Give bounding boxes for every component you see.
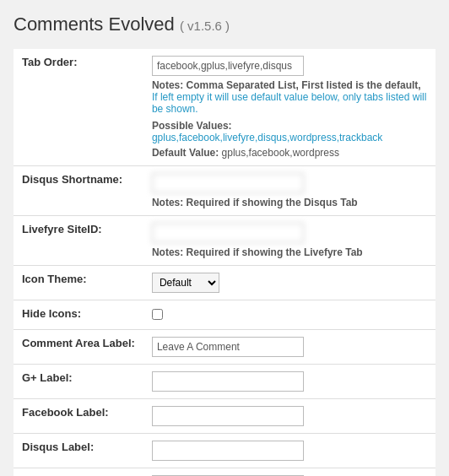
livefyre-siteid-value-cell: Notes: Required if showing the Livefyre … — [143, 216, 435, 266]
comment-area-label-input[interactable] — [152, 337, 304, 357]
comment-area-label-row: Comment Area Label: — [14, 330, 435, 365]
settings-table: Tab Order: Notes: Comma Separated List, … — [14, 49, 435, 476]
possible-values-text: gplus,facebook,livefyre,disqus,wordpress… — [152, 132, 382, 143]
livefyre-siteid-row: Livefyre SiteID: Notes: Required if show… — [14, 216, 435, 266]
icon-theme-label: Icon Theme: — [14, 266, 143, 300]
disqus-shortname-notes: Notes: Required if showing the Disqus Ta… — [152, 197, 427, 208]
tab-order-value-cell: Notes: Comma Separated List, First liste… — [143, 49, 435, 166]
disqus-shortname-input[interactable] — [152, 173, 304, 193]
facebook-label-label: Facebook Label: — [14, 399, 143, 434]
default-value-text: gplus,facebook,wordpress — [222, 147, 339, 159]
icon-theme-row: Icon Theme: Default Light Dark — [14, 266, 435, 300]
livefyre-label-label: Livefyre Label: — [14, 468, 143, 477]
hide-icons-checkbox[interactable] — [152, 309, 163, 320]
tab-order-notes: Notes: Comma Separated List, First liste… — [152, 79, 427, 115]
facebook-label-row: Facebook Label: — [14, 399, 435, 434]
version-text: ( v1.5.6 ) — [180, 19, 230, 33]
gplus-label-row: G+ Label: — [14, 365, 435, 399]
tab-order-input[interactable] — [152, 56, 304, 76]
possible-values-row: Possible Values: gplus,facebook,livefyre… — [152, 120, 427, 143]
default-value-label: Default Value: — [152, 147, 219, 159]
disqus-shortname-label: Disqus Shortname: — [14, 166, 143, 216]
tab-order-note-line2: If left empty it will use default value … — [152, 91, 427, 115]
disqus-label-input[interactable] — [152, 441, 304, 461]
livefyre-label-row: Livefyre Label: — [14, 468, 435, 477]
tab-order-row: Tab Order: Notes: Comma Separated List, … — [14, 49, 435, 166]
tab-order-label: Tab Order: — [14, 49, 143, 166]
comment-area-label-value-cell — [143, 330, 435, 365]
icon-theme-select[interactable]: Default Light Dark — [152, 273, 219, 293]
hide-icons-label: Hide Icons: — [14, 300, 143, 330]
disqus-label-row: Disqus Label: — [14, 434, 435, 468]
tab-order-note-line1: Notes: Comma Separated List, First liste… — [152, 79, 421, 91]
default-value-row: Default Value: gplus,facebook,wordpress — [152, 147, 427, 159]
facebook-label-input[interactable] — [152, 406, 304, 426]
gplus-label-input[interactable] — [152, 371, 304, 392]
facebook-label-value-cell — [143, 399, 435, 434]
gplus-label-label: G+ Label: — [14, 365, 143, 399]
livefyre-label-value-cell — [143, 468, 435, 477]
disqus-shortname-row: Disqus Shortname: Notes: Required if sho… — [14, 166, 435, 216]
possible-values-label: Possible Values: — [152, 120, 232, 132]
livefyre-siteid-input[interactable] — [152, 223, 304, 243]
title-text: Comments Evolved — [14, 14, 175, 35]
icon-theme-value-cell: Default Light Dark — [143, 266, 435, 300]
disqus-label-label: Disqus Label: — [14, 434, 143, 468]
hide-icons-row: Hide Icons: — [14, 300, 435, 330]
disqus-shortname-note: Notes: Required if showing the Disqus Ta… — [152, 197, 358, 208]
disqus-shortname-value-cell: Notes: Required if showing the Disqus Ta… — [143, 166, 435, 216]
comment-area-label-label: Comment Area Label: — [14, 330, 143, 365]
livefyre-siteid-label: Livefyre SiteID: — [14, 216, 143, 266]
page-title: Comments Evolved ( v1.5.6 ) — [14, 14, 435, 35]
livefyre-siteid-note: Notes: Required if showing the Livefyre … — [152, 246, 363, 258]
hide-icons-value-cell — [143, 300, 435, 330]
gplus-label-value-cell — [143, 365, 435, 399]
disqus-label-value-cell — [143, 434, 435, 468]
livefyre-siteid-notes: Notes: Required if showing the Livefyre … — [152, 246, 427, 258]
